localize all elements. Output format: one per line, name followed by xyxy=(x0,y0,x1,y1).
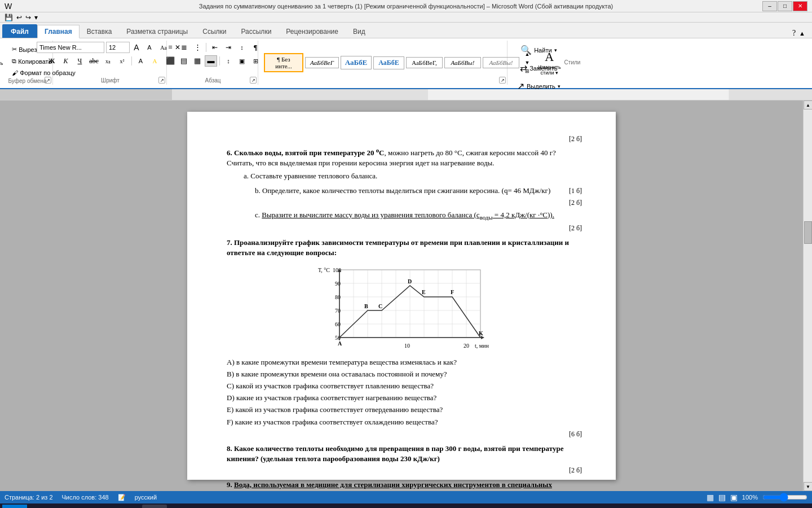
strikethrough-button[interactable]: abc xyxy=(88,55,100,67)
font-grow-button[interactable]: A xyxy=(130,42,143,53)
help-icon[interactable]: ? xyxy=(792,29,796,38)
font-expand[interactable]: ↗ xyxy=(158,77,165,84)
ruler-marks[interactable] xyxy=(172,89,812,100)
tab-insert[interactable]: Вставка xyxy=(80,24,120,38)
question-7: 7. Проанализируйте график зависимости те… xyxy=(227,238,582,439)
numbering-button[interactable]: ≣ xyxy=(178,42,190,53)
decrease-indent-button[interactable]: ⇤ xyxy=(209,42,221,53)
q7-chart-e: Е) какой из участков графика соответству… xyxy=(227,405,582,415)
scroll-track[interactable] xyxy=(804,110,812,482)
text-effects-button[interactable]: A xyxy=(135,55,147,67)
document-page[interactable]: [2 б] 6. Сколько воды, взятой при темпер… xyxy=(187,112,616,480)
svg-text:K: K xyxy=(479,330,483,336)
svg-text:E: E xyxy=(422,289,426,295)
align-center-button[interactable]: ▤ xyxy=(178,55,190,67)
justify-button[interactable]: ▬ xyxy=(205,55,217,67)
tab-home[interactable]: Главная xyxy=(37,25,80,38)
clipboard-expand[interactable]: ↗ xyxy=(45,77,51,84)
close-button[interactable]: ✕ xyxy=(793,1,807,11)
redo-icon[interactable]: ↪ xyxy=(25,14,31,21)
superscript-button[interactable]: x² xyxy=(116,55,129,67)
ribbon-content: 📋 Вставить ✂ Вырезать ⧉ Копировать 🖌 Фор… xyxy=(0,38,812,88)
tab-view[interactable]: Вид xyxy=(346,24,373,38)
style-selection[interactable]: АаБбВеГ xyxy=(305,57,339,68)
q6-text: 6. Сколько воды, взятой при температуре … xyxy=(227,146,582,169)
scroll-down-arrow[interactable]: ▼ xyxy=(804,482,812,491)
styles-expand-icon[interactable]: ↗ xyxy=(499,77,506,84)
tab-review[interactable]: Рецензирование xyxy=(279,24,346,38)
italic-button[interactable]: К xyxy=(60,55,72,67)
font-shrink-button[interactable]: A xyxy=(143,42,156,53)
view-print-icon[interactable]: ▦ xyxy=(707,493,714,502)
dropdown-arrow[interactable]: ▾ xyxy=(34,14,38,21)
multilevel-button[interactable]: ⋮ xyxy=(191,42,204,53)
style-subtitle[interactable]: АаБбВеГ, xyxy=(406,57,443,68)
paragraph-expand[interactable]: ↗ xyxy=(250,77,257,84)
ribbon-tabs: Файл Главная Вставка Разметка страницы С… xyxy=(0,23,812,38)
whatsapp-button[interactable]: 📱 xyxy=(118,505,140,508)
find-button[interactable]: 🔍 Найти ▾ xyxy=(515,42,562,58)
quick-access-toolbar: 💾 ↩ ↪ ▾ xyxy=(0,12,812,23)
align-right-button[interactable]: ▦ xyxy=(191,55,204,67)
language: русский xyxy=(135,494,157,501)
style-emphasis[interactable]: АаБбВы! xyxy=(444,57,481,68)
font-size-box[interactable]: 12 xyxy=(106,42,130,53)
line-spacing-button[interactable]: ↕ xyxy=(222,55,235,67)
search-button[interactable]: 🔍 xyxy=(29,505,50,508)
score-q6c-top: [2 б] xyxy=(227,198,582,208)
spelling-icon[interactable]: 📝 xyxy=(118,494,126,501)
chart-container: T, °C 100 90 80 70 60 50 10 20 t, мин xyxy=(227,264,582,352)
word-count: Число слов: 348 xyxy=(62,494,109,501)
tab-mailings[interactable]: Рассылки xyxy=(233,24,279,38)
bullets-button[interactable]: ≡ xyxy=(164,42,176,53)
align-left-button[interactable]: ⬛ xyxy=(164,55,176,67)
zoom-slider[interactable] xyxy=(762,493,807,502)
tab-references[interactable]: Ссылки xyxy=(195,24,233,38)
subscript-button[interactable]: x₂ xyxy=(102,55,114,67)
word-taskbar-button[interactable]: W xyxy=(142,505,167,508)
question-8: 8. Какое количество теплоты необходимо д… xyxy=(227,444,582,475)
window-controls[interactable]: – □ ✕ xyxy=(762,1,807,11)
chrome-button[interactable]: 🌐 xyxy=(95,505,116,508)
bold-button[interactable]: Ж xyxy=(46,55,58,67)
scroll-thumb[interactable] xyxy=(804,221,812,244)
explorer-button[interactable]: 📁 xyxy=(71,505,92,508)
ruler xyxy=(0,89,812,100)
save-icon[interactable]: 💾 xyxy=(5,14,13,21)
svg-text:F: F xyxy=(451,289,454,295)
scroll-up-arrow[interactable]: ▲ xyxy=(804,100,812,110)
minimize-ribbon-icon[interactable]: ▲ xyxy=(799,30,805,37)
svg-rect-1 xyxy=(172,89,428,100)
tab-file[interactable]: Файл xyxy=(2,24,37,38)
font-name-box[interactable]: Times New R... xyxy=(37,42,104,53)
q6-sub-c: c. Выразите и вычислите массу воды из ур… xyxy=(227,210,582,222)
view-web-icon[interactable]: ▣ xyxy=(730,493,738,502)
tab-layout[interactable]: Разметка страницы xyxy=(119,24,195,38)
style-no-spacing[interactable]: ¶ Без инте... xyxy=(264,53,303,72)
score-q7: [6 б] xyxy=(227,430,582,439)
shading-button[interactable]: ▣ xyxy=(236,55,248,67)
main-area: [2 б] 6. Сколько воды, взятой при темпер… xyxy=(0,100,812,491)
undo-icon[interactable]: ↩ xyxy=(16,14,22,21)
font-label: Шрифт xyxy=(58,77,163,85)
sort-button[interactable]: ↕ xyxy=(236,42,248,53)
view-read-icon[interactable]: ▤ xyxy=(718,493,726,502)
minimize-button[interactable]: – xyxy=(762,1,777,11)
start-button[interactable]: ⊞ xyxy=(2,505,27,508)
style-heading2[interactable]: АаБбЕ xyxy=(373,56,404,69)
right-scrollbar[interactable]: ▲ ▼ xyxy=(803,100,812,491)
svg-text:10: 10 xyxy=(404,343,410,349)
q7-text: 7. Проанализируйте график зависимости те… xyxy=(227,238,582,258)
maximize-button[interactable]: □ xyxy=(778,1,792,11)
underline-button[interactable]: Ч xyxy=(74,55,86,67)
ribbon: Файл Главная Вставка Разметка страницы С… xyxy=(0,23,812,89)
replace-button[interactable]: ⇄ Заменить xyxy=(515,60,562,76)
highlight-button[interactable]: A xyxy=(149,55,161,67)
style-heading1[interactable]: АаБбЕ xyxy=(341,56,372,69)
q7-chart-d: D) какие из участков графика соответству… xyxy=(227,393,582,403)
svg-text:A: A xyxy=(338,340,342,347)
q8-text: 8. Какое количество теплоты необходимо д… xyxy=(227,444,582,464)
task-view-button[interactable]: 🗨 xyxy=(52,505,69,508)
paste-button[interactable]: 📋 Вставить xyxy=(0,42,8,69)
increase-indent-button[interactable]: ⇥ xyxy=(222,42,235,53)
